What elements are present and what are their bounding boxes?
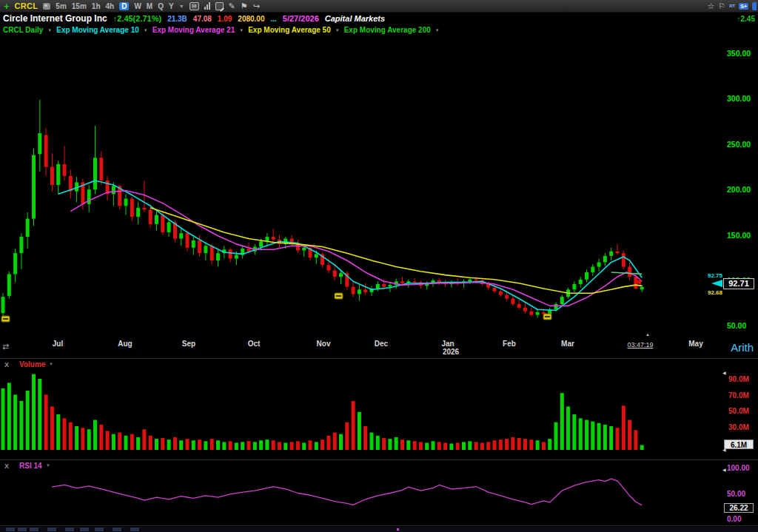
volume-bar bbox=[247, 441, 251, 450]
volume-bar bbox=[81, 428, 84, 450]
flag-icon[interactable]: ⚑ bbox=[241, 1, 248, 10]
candle-body bbox=[216, 253, 220, 260]
series-selector-dropdown-icon[interactable]: ▼ bbox=[47, 28, 52, 33]
edge-icon[interactable] bbox=[752, 2, 757, 10]
volume-bar bbox=[315, 442, 318, 450]
candle-body bbox=[38, 133, 41, 154]
volume-dropdown-icon[interactable]: ▼ bbox=[49, 362, 53, 366]
volume-bar bbox=[462, 442, 466, 450]
taskbar-strip bbox=[0, 527, 758, 532]
taskbar-icon[interactable] bbox=[113, 528, 121, 531]
last-price-arrow-icon bbox=[711, 280, 722, 287]
timeframe-4h[interactable]: 4h bbox=[106, 2, 115, 10]
volume-bar bbox=[167, 440, 171, 450]
indicator-3[interactable]: Exp Moving Average 200 bbox=[344, 26, 431, 34]
candle-body bbox=[124, 198, 128, 206]
axis-swap-icon[interactable]: ⇄ bbox=[2, 342, 9, 351]
taskbar-icon[interactable] bbox=[18, 528, 27, 531]
candle-body bbox=[179, 233, 183, 238]
scale-mode-label[interactable]: Arith bbox=[731, 341, 754, 354]
candle-body bbox=[523, 308, 527, 312]
rsi-close-button[interactable]: X bbox=[4, 462, 9, 470]
volume-bar bbox=[339, 434, 343, 450]
volume-bar bbox=[204, 441, 207, 450]
pane-collapse-icon[interactable]: ◀ bbox=[722, 370, 726, 375]
volume-close-button[interactable]: X bbox=[4, 361, 9, 368]
add-symbol-icon[interactable]: + bbox=[4, 1, 10, 11]
quote-value-1: 47.08 bbox=[193, 15, 212, 23]
pennant-icon[interactable]: ⚐ bbox=[718, 1, 725, 10]
volume-bar bbox=[284, 442, 287, 450]
volume-bar bbox=[449, 443, 453, 450]
candle-body bbox=[99, 158, 103, 181]
candle-body bbox=[13, 253, 17, 274]
timeframe-dropdown-icon[interactable]: ▼ bbox=[179, 4, 184, 9]
chart-style-icon[interactable] bbox=[204, 2, 210, 10]
timeframe-5m[interactable]: 5m bbox=[56, 2, 66, 10]
indicator-0[interactable]: Exp Moving Average 10 bbox=[56, 26, 139, 34]
notes-icon[interactable] bbox=[215, 2, 224, 10]
pane-collapse-icon[interactable]: ◀ bbox=[722, 447, 726, 452]
taskbar-icon[interactable] bbox=[6, 528, 15, 531]
volume-bar bbox=[616, 428, 620, 450]
indicator-2-dropdown-icon[interactable]: ▼ bbox=[335, 28, 340, 33]
timeframe-M[interactable]: M bbox=[147, 2, 152, 10]
candle-body bbox=[136, 208, 140, 217]
indicator-1-dropdown-icon[interactable]: ▼ bbox=[239, 28, 244, 33]
indicator-2[interactable]: Exp Moving Average 50 bbox=[248, 26, 331, 34]
interval-icon[interactable]: 10 bbox=[190, 2, 199, 10]
indicator-3-dropdown-icon[interactable]: ▼ bbox=[435, 28, 440, 33]
timeframe-15m[interactable]: 15m bbox=[72, 2, 87, 10]
draw-icon[interactable]: ✎ bbox=[229, 1, 235, 10]
pointer-icon[interactable] bbox=[43, 3, 50, 10]
volume-bar bbox=[388, 439, 392, 450]
volume-label[interactable]: Volume bbox=[19, 360, 45, 368]
candle-body bbox=[517, 304, 521, 308]
quote-value-2: 1.09 bbox=[218, 15, 232, 23]
splus-badge-icon[interactable]: S+ bbox=[739, 3, 748, 10]
pane-collapse-icon[interactable]: ◀ bbox=[722, 467, 726, 472]
candle-body bbox=[149, 209, 152, 224]
candle-body bbox=[363, 289, 367, 292]
share-icon[interactable]: ↪ bbox=[253, 1, 260, 10]
change-badge-right: ↑2.45 bbox=[737, 15, 755, 23]
candle-body bbox=[210, 246, 214, 260]
taskbar-icon[interactable] bbox=[47, 528, 56, 531]
candle-body bbox=[259, 241, 263, 246]
volume-bar bbox=[259, 440, 263, 450]
timeframe-1h[interactable]: 1h bbox=[92, 2, 101, 10]
taskbar-icon[interactable] bbox=[65, 528, 74, 531]
volume-bar bbox=[69, 422, 73, 450]
volume-bar bbox=[222, 442, 226, 450]
volume-bar bbox=[536, 440, 540, 450]
indicator-1[interactable]: Exp Moving Average 21 bbox=[152, 26, 235, 34]
volume-bar bbox=[370, 433, 374, 450]
taskbar-icon[interactable] bbox=[95, 528, 104, 531]
candle-body bbox=[585, 272, 588, 280]
price-tick: 350.00 bbox=[727, 49, 751, 58]
volume-tick: 30.0M bbox=[728, 422, 749, 431]
taskbar-icon[interactable] bbox=[30, 528, 38, 531]
timeframe-W[interactable]: W bbox=[134, 2, 141, 10]
candle-body bbox=[493, 288, 497, 292]
rsi-dropdown-icon[interactable]: ▼ bbox=[46, 463, 50, 468]
taskbar-icon[interactable] bbox=[80, 528, 89, 531]
rsi-label[interactable]: RSI 14 bbox=[19, 462, 42, 470]
indicator-0-dropdown-icon[interactable]: ▼ bbox=[144, 28, 148, 33]
taskbar-icon[interactable] bbox=[130, 528, 139, 531]
volume-bar bbox=[296, 441, 300, 450]
volume-bar bbox=[99, 425, 103, 450]
series-selector[interactable]: CRCL Daily bbox=[3, 26, 43, 34]
price-tick: 300.00 bbox=[727, 94, 751, 103]
timeframe-Y[interactable]: Y bbox=[169, 2, 174, 10]
rsi-tick: 0.00 bbox=[727, 515, 741, 523]
star-icon[interactable]: ☆ bbox=[707, 1, 714, 10]
timeframe-D[interactable]: D bbox=[119, 2, 129, 10]
volume-bar bbox=[161, 438, 164, 450]
timeframe-Q[interactable]: Q bbox=[158, 2, 164, 10]
volume-bar bbox=[44, 394, 48, 450]
price-tick: 150.00 bbox=[727, 231, 751, 240]
volume-bar bbox=[468, 441, 472, 450]
volume-bar bbox=[517, 438, 521, 450]
symbol-label[interactable]: CRCL bbox=[15, 1, 38, 10]
